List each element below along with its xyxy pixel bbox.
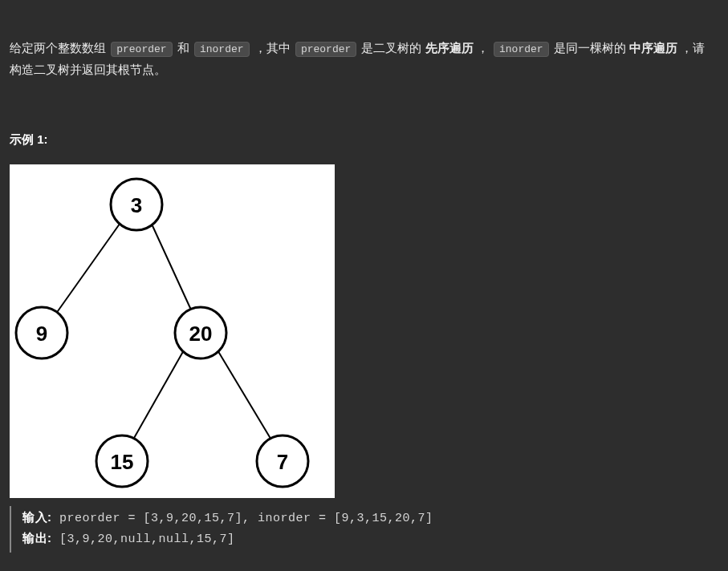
bold-preorder-traversal: 先序遍历 [425, 41, 474, 55]
desc-text: 是二叉树的 [361, 41, 421, 55]
tree-node-value: 7 [277, 450, 288, 474]
tree-node-value: 15 [111, 450, 134, 474]
problem-description: 给定两个整数数组 preorder 和 inorder ，其中 preorder… [10, 37, 714, 80]
tree-diagram: 3 9 20 15 7 [10, 164, 335, 498]
tree-node-value: 9 [36, 322, 47, 346]
output-line: 输出: [3,9,20,null,null,15,7] [22, 528, 714, 549]
tree-node-value: 20 [189, 322, 213, 346]
code-preorder: preorder [111, 42, 172, 57]
tree-edge [54, 221, 122, 317]
input-label: 输入: [22, 510, 52, 524]
code-preorder: preorder [295, 42, 356, 57]
desc-text: 给定两个整数数组 [10, 41, 109, 55]
desc-text: ，其中 [254, 41, 294, 55]
code-inorder: inorder [194, 42, 250, 57]
header-fragment [0, 0, 728, 14]
output-label: 输出: [22, 531, 52, 545]
problem-content: 给定两个整数数组 preorder 和 inorder ，其中 preorder… [0, 14, 728, 553]
example-title: 示例 1: [10, 128, 714, 150]
tree-svg: 3 9 20 15 7 [10, 164, 335, 498]
desc-text: 是同一棵树的 [554, 41, 626, 55]
code-inorder: inorder [494, 42, 549, 57]
desc-text: ， [477, 41, 492, 55]
example-io: 输入: preorder = [3,9,20,15,7], inorder = … [10, 506, 714, 553]
tree-edge [130, 349, 185, 445]
input-line: 输入: preorder = [3,9,20,15,7], inorder = … [22, 508, 714, 528]
tree-edge [150, 221, 194, 317]
desc-text: 和 [177, 41, 193, 55]
tree-node-value: 3 [131, 193, 142, 217]
input-value: preorder = [3,9,20,15,7], inorder = [9,3… [52, 512, 433, 525]
bold-inorder-traversal: 中序遍历 [629, 41, 677, 55]
tree-edge [217, 349, 275, 445]
output-value: [3,9,20,null,null,15,7] [52, 533, 235, 546]
